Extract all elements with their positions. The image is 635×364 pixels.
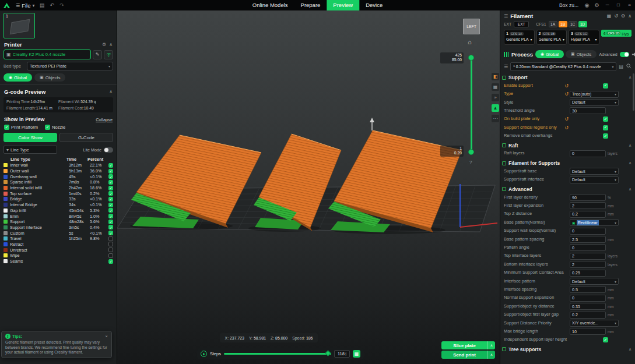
- view-cube[interactable]: LEFT: [463, 19, 480, 34]
- setting-input[interactable]: 90: [570, 194, 606, 201]
- section-raft[interactable]: Raft∧: [502, 142, 632, 150]
- bed-type-select[interactable]: Textured PEI Plate▾: [27, 62, 113, 70]
- checkbox[interactable]: ✓: [603, 116, 608, 122]
- filament-card-1[interactable]: 1CFS 1AGeneric PLA▾: [504, 30, 535, 45]
- checkbox[interactable]: ✓: [108, 169, 113, 174]
- save-icon[interactable]: ▤: [37, 2, 47, 8]
- refresh-icon[interactable]: ↺: [614, 13, 618, 19]
- wifi-icon[interactable]: [104, 50, 113, 59]
- checkbox[interactable]: [108, 242, 113, 246]
- home-view-icon[interactable]: ⌂: [468, 38, 472, 45]
- setting-input[interactable]: 2.5: [570, 236, 606, 243]
- checkbox[interactable]: ✓: [108, 259, 113, 264]
- setting-select[interactable]: Default▾: [570, 176, 619, 183]
- cfs-slot-1a[interactable]: 1A: [549, 21, 557, 27]
- collapse-chevron-icon[interactable]: ∧: [629, 347, 632, 352]
- scope-tab-global[interactable]: ◉Global: [3, 73, 32, 82]
- stepper-arrows-icon[interactable]: ▴▾: [345, 352, 346, 356]
- scope-tab-objects[interactable]: ▣Objects: [34, 73, 65, 82]
- checkbox[interactable]: ✓: [603, 83, 608, 89]
- steps-slider-handle[interactable]: [325, 351, 331, 356]
- setting-input[interactable]: 10: [570, 328, 606, 335]
- setting-input[interactable]: 0.25: [570, 270, 606, 277]
- toggle-print-platform[interactable]: ✓Print Platform: [4, 125, 38, 130]
- reset-icon[interactable]: ↺: [564, 125, 569, 130]
- cfs-slot-1d[interactable]: 1D: [578, 21, 587, 27]
- checkbox[interactable]: ✓: [603, 125, 608, 130]
- setting-select[interactable]: Tree(auto)▾: [570, 91, 619, 98]
- help-icon[interactable]: ?: [469, 160, 472, 165]
- plate-thumbnail[interactable]: 1: [3, 13, 35, 38]
- preset-menu-icon[interactable]: ☰: [504, 64, 508, 69]
- user-icon[interactable]: ◉: [582, 2, 592, 8]
- category-tab-strength[interactable]: ▦: [492, 83, 499, 91]
- toast-close-icon[interactable]: ×: [105, 334, 108, 339]
- category-tab-quality[interactable]: ◧: [492, 73, 499, 80]
- cfs-slot-1c[interactable]: 1C: [569, 21, 577, 27]
- tab-prepare[interactable]: Prepare: [294, 0, 327, 10]
- ext-slot[interactable]: EXT: [514, 21, 529, 27]
- cfs-slot-1b[interactable]: 1B: [559, 21, 567, 27]
- scrollbar[interactable]: [633, 73, 634, 111]
- steps-slider[interactable]: [224, 353, 331, 355]
- send-print-button[interactable]: Send print∧: [441, 351, 495, 359]
- color-show-button[interactable]: Color Show: [3, 133, 57, 142]
- collapse-chevron-icon[interactable]: ∧: [629, 75, 632, 80]
- process-preset-select[interactable]: * 0.20mm Standard @Creality K2 Plus 0.4 …: [510, 62, 616, 71]
- tab-preview[interactable]: Preview: [327, 0, 359, 10]
- process-tab-global[interactable]: ◉Global: [535, 50, 564, 58]
- steps-value-input[interactable]: 118▴▾: [334, 350, 350, 358]
- setting-select[interactable]: Default▾: [570, 99, 619, 106]
- checkbox[interactable]: ✓: [603, 133, 608, 139]
- slice-plate-button[interactable]: Slice plate∧: [441, 341, 495, 349]
- setting-select[interactable]: X/Y override...▾: [570, 320, 619, 327]
- checkbox[interactable]: ✓: [108, 191, 113, 196]
- file-menu[interactable]: ☰File▾: [13, 2, 37, 9]
- setting-input[interactable]: 2: [570, 253, 606, 260]
- project-name[interactable]: Box zu...: [559, 2, 578, 8]
- toggle-nozzle[interactable]: ✓Nozzle: [45, 125, 65, 130]
- filament-card-2[interactable]: 2CFS 1BGeneric PLA▾: [536, 30, 567, 45]
- section-advanced[interactable]: Advanced∧: [502, 185, 632, 193]
- chevron-up-icon[interactable]: ∧: [487, 341, 495, 349]
- setting-input[interactable]: 0: [570, 244, 606, 251]
- line-type-select[interactable]: ▾Line Type: [3, 146, 57, 154]
- setting-input[interactable]: 0: [570, 295, 606, 302]
- checkbox[interactable]: [108, 253, 113, 258]
- printer-settings-gear-icon[interactable]: ⚙: [102, 42, 106, 47]
- settings-icon[interactable]: ⚙: [592, 2, 602, 8]
- checkbox[interactable]: ✓: [4, 125, 9, 130]
- setting-input[interactable]: 2: [570, 202, 606, 209]
- category-tab-support[interactable]: ▲: [492, 104, 499, 112]
- setting-input[interactable]: 2: [570, 261, 606, 268]
- section-tree-supports[interactable]: Tree supports∧: [502, 345, 632, 354]
- reset-icon[interactable]: ↺: [564, 91, 569, 97]
- collapse-chevron-icon[interactable]: ∧: [629, 143, 632, 148]
- category-tab-others[interactable]: ⋯: [492, 115, 499, 122]
- collapse-chevron-icon[interactable]: ∧: [628, 13, 632, 19]
- setting-select[interactable]: ▣Rectilinear▾: [570, 219, 619, 226]
- search-icon[interactable]: [626, 63, 632, 70]
- checkbox[interactable]: ✓: [108, 208, 113, 213]
- setting-input[interactable]: 0: [570, 228, 606, 235]
- checkbox[interactable]: ✓: [108, 197, 113, 202]
- undo-icon[interactable]: ↶: [47, 2, 57, 8]
- section-support[interactable]: Support∧: [502, 73, 632, 82]
- checkbox[interactable]: ✓: [108, 220, 113, 224]
- filament-settings-gear-icon[interactable]: ⚙: [621, 13, 625, 19]
- checkbox[interactable]: ✓: [108, 203, 113, 207]
- checkbox[interactable]: ✓: [45, 125, 50, 130]
- section-filament-for-supports[interactable]: Filament for Supports∧: [502, 159, 632, 167]
- announcement-icon[interactable]: [632, 49, 635, 59]
- ams-icon[interactable]: ▦: [607, 13, 612, 19]
- setting-input[interactable]: 30: [570, 107, 606, 114]
- process-tab-objects[interactable]: ▣Objects: [566, 50, 597, 58]
- viewport-3d[interactable]: LEFT ⌂ 425 85.00 1 0.20 ? X: 237.723 Y: …: [117, 10, 500, 364]
- collapse-chevron-icon[interactable]: ∧: [629, 161, 632, 165]
- filament-card-3[interactable]: 3CFS 1CHyper PLA▾: [569, 30, 599, 45]
- collapse-chevron-icon[interactable]: ∧: [109, 42, 113, 47]
- layer-slider-track[interactable]: [471, 57, 472, 153]
- setting-input[interactable]: 0: [570, 150, 606, 157]
- setting-input[interactable]: 0.5: [570, 286, 606, 293]
- play-button[interactable]: [201, 351, 207, 357]
